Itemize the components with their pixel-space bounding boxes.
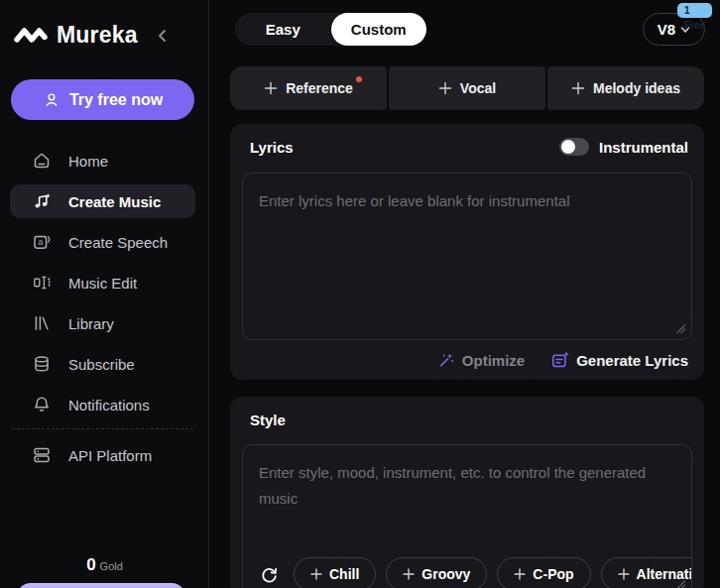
plus-icon — [514, 568, 526, 580]
bell-icon — [32, 395, 52, 414]
sidebar-item-create-music[interactable]: Create Music — [10, 184, 195, 218]
style-tag-c-pop[interactable]: C-Pop — [497, 557, 590, 588]
sidebar-collapse-icon[interactable] — [156, 28, 170, 44]
mode-segmented-control: Easy Custom — [235, 13, 426, 46]
notification-dot — [356, 76, 362, 82]
mode-header: Easy Custom V8 1 Free — [230, 13, 704, 46]
add-vocal-label: Vocal — [460, 80, 496, 96]
sidebar-item-library[interactable]: Library — [10, 306, 195, 340]
gold-amount: 0 — [86, 555, 95, 574]
sidebar-item-notifications[interactable]: Notifications — [10, 388, 195, 421]
home-icon — [32, 151, 52, 171]
sidebar-item-label: Subscribe — [68, 356, 135, 373]
try-free-now-button[interactable]: Try free now — [11, 79, 194, 120]
sidebar-item-label: Create Music — [68, 193, 161, 210]
plus-icon — [264, 81, 278, 95]
sidebar-item-home[interactable]: Home — [10, 144, 195, 177]
sidebar-item-label: API Platform — [68, 447, 152, 464]
tab-easy[interactable]: Easy — [235, 13, 331, 46]
try-free-now-label: Try free now — [69, 91, 163, 109]
style-title: Style — [250, 412, 286, 428]
generate-lyrics-icon — [550, 351, 569, 370]
optimize-label: Optimize — [462, 352, 525, 369]
style-input-box: Chill Groovy C-Pop — [242, 444, 692, 588]
magic-wand-icon — [437, 351, 455, 369]
version-label: V8 — [658, 21, 675, 38]
brand-name: Mureka — [57, 22, 138, 49]
add-melody-ideas-button[interactable]: Melody ideas — [547, 66, 704, 110]
resize-handle-icon[interactable] — [674, 578, 686, 588]
plus-icon — [571, 81, 585, 95]
plus-icon — [310, 568, 322, 580]
generate-lyrics-button[interactable]: Generate Lyrics — [550, 351, 688, 370]
music-note-icon — [32, 191, 52, 211]
sidebar-item-label: Library — [68, 315, 114, 332]
brand-logo-row: Mureka — [14, 22, 170, 49]
optimize-button[interactable]: Optimize — [437, 351, 525, 369]
library-icon — [32, 313, 52, 333]
lyrics-title: Lyrics — [250, 139, 294, 156]
lyrics-actions: Optimize Generate Lyrics — [437, 347, 688, 373]
tab-custom[interactable]: Custom — [331, 13, 427, 46]
sidebar: Mureka Try free now Home — [0, 0, 209, 588]
sidebar-item-subscribe[interactable]: Subscribe — [10, 347, 195, 381]
style-tag-label: Groovy — [421, 566, 470, 582]
instrumental-label: Instrumental — [599, 139, 688, 156]
add-melody-ideas-label: Melody ideas — [593, 80, 680, 96]
toggle-knob — [561, 140, 575, 154]
nav-divider — [12, 428, 193, 429]
resize-handle-icon[interactable] — [674, 322, 686, 334]
person-icon — [43, 91, 60, 109]
style-tag-label: Chill — [329, 566, 359, 582]
sidebar-item-label: Notifications — [68, 397, 150, 413]
plus-icon — [403, 568, 415, 580]
sidebar-nav: Home Create Music a Create — [10, 144, 195, 479]
add-vocal-button[interactable]: Vocal — [389, 66, 545, 110]
free-credit-badge: 1 Free — [677, 3, 712, 18]
style-textarea[interactable] — [243, 445, 691, 548]
lyrics-textarea[interactable] — [243, 174, 691, 339]
style-suggestions-row: Chill Groovy C-Pop — [259, 556, 691, 588]
speech-letter-icon: a — [32, 232, 52, 252]
mureka-logo-icon — [14, 23, 50, 49]
generate-lyrics-label: Generate Lyrics — [576, 352, 688, 369]
sidebar-item-label: Music Edit — [68, 275, 137, 292]
style-tag-chill[interactable]: Chill — [294, 557, 376, 588]
gold-balance: 0Gold — [0, 555, 209, 575]
gold-unit: Gold — [100, 560, 123, 572]
add-reference-label: Reference — [286, 80, 353, 96]
lyrics-input-box — [242, 173, 692, 340]
style-panel: Style Chill — [230, 397, 704, 588]
main-content: Easy Custom V8 1 Free Reference Vocal — [230, 0, 704, 588]
svg-text:a: a — [38, 237, 43, 247]
plus-icon — [438, 81, 452, 95]
sidebar-item-label: Create Speech — [68, 234, 168, 251]
lyrics-panel: Lyrics Instrumental — [230, 124, 704, 380]
refresh-suggestions-button[interactable] — [259, 564, 280, 585]
server-icon — [32, 445, 52, 465]
sidebar-item-label: Home — [68, 153, 108, 170]
database-icon — [32, 354, 52, 374]
style-tag-label: C-Pop — [533, 566, 573, 582]
instrumental-toggle[interactable] — [559, 138, 589, 156]
text-cursor-icon — [32, 273, 52, 293]
sidebar-item-api-platform[interactable]: API Platform — [10, 438, 195, 472]
add-reference-button[interactable]: Reference — [230, 66, 387, 110]
sidebar-item-music-edit[interactable]: Music Edit — [10, 266, 195, 299]
add-inputs-row: Reference Vocal Melody ideas — [230, 66, 704, 110]
plus-icon — [618, 568, 630, 580]
sidebar-item-create-speech[interactable]: a Create Speech — [10, 225, 195, 259]
style-tag-groovy[interactable]: Groovy — [386, 557, 487, 588]
bottom-cta-button-partial[interactable] — [17, 583, 185, 588]
